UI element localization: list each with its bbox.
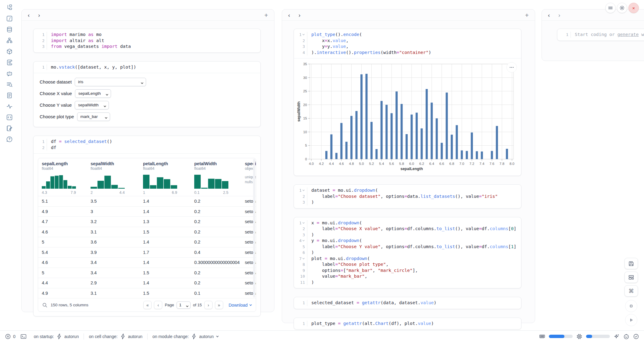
sidebar-help-icon[interactable]: ? bbox=[6, 136, 13, 143]
choose-dataset-select[interactable]: iris bbox=[75, 78, 146, 86]
autorun-setting[interactable]: on startup:autorun bbox=[34, 333, 79, 340]
code-line[interactable]: 2 label="Choose X value", options=df.col… bbox=[294, 226, 521, 232]
code-line[interactable]: 3) bbox=[294, 232, 521, 238]
table-row[interactable]: 4.931.40.2setosa bbox=[38, 206, 256, 217]
choose-y-value-select[interactable]: sepalWidth bbox=[75, 101, 109, 109]
sidebar-code-icon[interactable] bbox=[6, 114, 13, 121]
code-line[interactable]: 3from vega_datasets import data bbox=[34, 44, 260, 50]
column-prev-icon[interactable]: ‹ bbox=[548, 12, 558, 18]
code-line[interactable]: 4y = mo.ui.dropdown( bbox=[294, 238, 521, 244]
table-scrollbar[interactable] bbox=[253, 159, 255, 297]
next-page-button[interactable]: › bbox=[204, 301, 213, 309]
column-histogram[interactable] bbox=[143, 173, 194, 190]
page-select[interactable]: 1 bbox=[177, 301, 191, 309]
table-row[interactable]: 4.63.41.40.30000000000000004setosa bbox=[38, 257, 256, 268]
column-histogram[interactable] bbox=[194, 173, 245, 190]
column-header-petalWidth[interactable]: petalWidthfloat640.12.5 bbox=[194, 161, 245, 195]
selected-dataset-cell[interactable]: 1selected_dataset = getattr(data, datase… bbox=[294, 297, 521, 309]
column-histogram[interactable] bbox=[42, 173, 91, 190]
code-line[interactable]: 6) bbox=[294, 250, 521, 256]
generate-link[interactable]: generate bbox=[617, 32, 639, 37]
sidebar-chat-bot-icon[interactable] bbox=[6, 70, 13, 77]
code-line[interactable]: 1dataset = mo.ui.dropdown( bbox=[294, 187, 521, 194]
table-row[interactable]: 4.93.11.50.1setosa bbox=[38, 288, 256, 298]
vstack-cell[interactable]: 1mo.vstack([dataset, x, y, plot]) Choose… bbox=[33, 61, 261, 127]
terminal-button[interactable] bbox=[20, 333, 27, 340]
run-button[interactable] bbox=[625, 314, 637, 326]
column-next-icon[interactable]: › bbox=[558, 12, 569, 18]
fold-chevron-icon[interactable] bbox=[302, 238, 305, 244]
menu-button[interactable] bbox=[605, 3, 616, 13]
column-next-icon[interactable]: › bbox=[38, 12, 48, 18]
code-line[interactable]: 1mo.vstack([dataset, x, y, plot]) bbox=[34, 64, 260, 70]
add-cell-icon[interactable]: + bbox=[264, 12, 268, 18]
table-row[interactable]: 53.61.40.2setosa bbox=[38, 237, 256, 247]
column-prev-icon[interactable]: ‹ bbox=[288, 12, 299, 18]
sidebar-activity-icon[interactable] bbox=[6, 103, 13, 110]
column-header-sepalLength[interactable]: sepalLengthfloat644.37.9 bbox=[42, 161, 91, 195]
fold-chevron-icon[interactable] bbox=[302, 256, 305, 262]
prev-page-button[interactable]: ‹ bbox=[154, 301, 162, 309]
autorun-setting[interactable]: on module change:autorun bbox=[152, 333, 219, 340]
table-row[interactable]: 4.73.21.30.2setosa bbox=[38, 216, 256, 227]
column-prev-icon[interactable]: ‹ bbox=[28, 12, 38, 18]
code-line[interactable]: 2df bbox=[34, 145, 260, 151]
sidebar-package-icon[interactable] bbox=[6, 48, 13, 55]
table-row[interactable]: 4.42.91.40.2setosa bbox=[38, 278, 256, 288]
sidebar-graph-icon[interactable] bbox=[6, 37, 13, 44]
code-line[interactable]: 4).interactive().properties(width="conta… bbox=[294, 50, 521, 56]
first-page-button[interactable]: « bbox=[143, 301, 152, 309]
table-row[interactable]: 5.43.91.70.4setosa bbox=[38, 247, 256, 258]
sidebar-function-icon[interactable]: ƒ bbox=[6, 15, 13, 22]
sidebar-search-list-icon[interactable] bbox=[6, 81, 13, 88]
command-palette-button[interactable]: ⌘ bbox=[624, 285, 638, 297]
sparkle-icon[interactable] bbox=[614, 333, 620, 340]
code-line[interactable]: 2 x=x.value, bbox=[294, 38, 521, 44]
sidebar-document-icon[interactable] bbox=[6, 92, 13, 99]
column-next-icon[interactable]: › bbox=[299, 12, 309, 18]
plot-type-cell[interactable]: 1plot_type = getattr(alt.Chart(df), plot… bbox=[294, 318, 521, 330]
empty-code-cell[interactable]: 1 Start coding or generate with AI bbox=[557, 29, 644, 41]
chart-more-options-button[interactable] bbox=[506, 62, 517, 73]
code-line[interactable]: 1plot_type = getattr(alt.Chart(df), plot… bbox=[294, 321, 521, 327]
table-row[interactable]: 4.63.11.50.2setosa bbox=[38, 227, 256, 237]
add-cell-icon[interactable]: + bbox=[525, 12, 529, 18]
code-line[interactable]: 1selected_dataset = getattr(data, datase… bbox=[294, 300, 521, 306]
code-line[interactable]: 1x = mo.ui.dropdown( bbox=[294, 220, 521, 226]
column-histogram[interactable] bbox=[91, 173, 143, 190]
robot-icon[interactable] bbox=[623, 333, 629, 340]
code-line[interactable]: 2 label="Choose dataset", options=data.l… bbox=[294, 194, 521, 200]
fold-chevron-icon[interactable] bbox=[302, 220, 305, 226]
sidebar-notebook-icon[interactable] bbox=[6, 125, 13, 132]
sidebar-database-icon[interactable] bbox=[6, 26, 13, 33]
dataset-dropdown-cell[interactable]: 1dataset = mo.ui.dropdown(2 label="Choos… bbox=[294, 184, 521, 208]
code-line[interactable]: 10 value="mark_bar", bbox=[294, 273, 521, 280]
code-line[interactable]: 2import altair as alt bbox=[34, 38, 260, 44]
fold-chevron-icon[interactable] bbox=[302, 32, 305, 38]
dataframe-cell[interactable]: 1df = selected_dataset()2df sepalLengthf… bbox=[33, 136, 261, 316]
code-line[interactable]: 1plot_type().encode( bbox=[294, 32, 521, 38]
column-header-sepalWidth[interactable]: sepalWidthfloat6424.4 bbox=[91, 161, 143, 195]
plot-cell[interactable]: 1plot_type().encode(2 x=x.value,3 y=y.va… bbox=[294, 29, 521, 176]
fold-chevron-icon[interactable] bbox=[302, 187, 305, 194]
code-line[interactable]: 3 y=y.value, bbox=[294, 44, 521, 50]
code-line[interactable]: 3) bbox=[294, 199, 521, 205]
choose-x-value-select[interactable]: sepalLength bbox=[75, 89, 111, 98]
code-placeholder[interactable]: Start coding or generate with AI bbox=[571, 32, 644, 38]
code-line[interactable]: 11) bbox=[294, 280, 521, 286]
stop-button[interactable] bbox=[625, 300, 637, 312]
code-line[interactable]: 7plot = mo.ui.dropdown( bbox=[294, 256, 521, 262]
error-count[interactable]: 0 bbox=[5, 333, 16, 340]
settings-button[interactable] bbox=[617, 3, 627, 13]
search-icon[interactable] bbox=[42, 302, 48, 308]
sidebar-tree-icon[interactable] bbox=[6, 4, 13, 11]
imports-cell[interactable]: 1import marimo as mo2import altair as al… bbox=[33, 29, 261, 53]
column-header-petalLength[interactable]: petalLengthfloat6416.9 bbox=[143, 161, 194, 195]
code-line[interactable]: 5 label="Choose Y value", options=df.col… bbox=[294, 244, 521, 250]
last-page-button[interactable]: » bbox=[215, 301, 223, 309]
check-circle-icon[interactable] bbox=[633, 333, 639, 340]
code-line[interactable]: 1import marimo as mo bbox=[34, 32, 260, 38]
code-line[interactable]: 1df = selected_dataset() bbox=[34, 139, 260, 145]
save-button[interactable] bbox=[624, 258, 638, 269]
table-row[interactable]: 5.13.51.40.2setosa bbox=[38, 196, 256, 206]
